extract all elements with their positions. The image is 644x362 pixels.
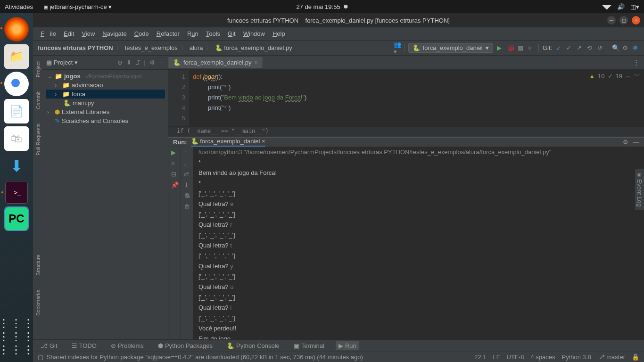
project-label[interactable]: Project — [54, 59, 73, 66]
collapse-icon[interactable]: ⇵ — [135, 59, 140, 66]
inspection-widget[interactable]: ▲10 ✓19 ︿﹀ — [589, 72, 640, 80]
settings-icon[interactable]: ⚙ — [622, 44, 629, 51]
tool-pull-requests[interactable]: Pull Requests — [35, 121, 41, 158]
os-topbar: Atividades ▣ jetbrains-pycharm-ce ▾ 27 d… — [0, 0, 644, 13]
software-center-icon[interactable]: 🛍 — [4, 126, 29, 151]
gear-icon[interactable]: ⚙ — [149, 59, 155, 66]
crumb-3[interactable]: 🐍 forca_exemplo_daniel.py — [215, 44, 292, 51]
menu-file[interactable]: File — [38, 29, 59, 38]
tab-git[interactable]: ⎇ Git — [38, 341, 60, 350]
locate-icon[interactable]: ⊕ — [117, 59, 123, 66]
run-settings-icon[interactable]: ⚙ — [623, 139, 628, 146]
chrome-icon[interactable] — [4, 72, 29, 96]
tab-todo[interactable]: ☰ TODO — [69, 341, 99, 350]
app-menu[interactable]: ▣ jetbrains-pycharm-ce ▾ — [44, 3, 112, 10]
battery-icon[interactable]: ◫▾ — [630, 3, 639, 10]
libreoffice-writer-icon[interactable]: 📄 — [4, 99, 29, 123]
project-tree[interactable]: ⌄📁jogos~/PycharmProjects/jogos ›📁advinha… — [43, 70, 168, 127]
activities-button[interactable]: Atividades — [5, 3, 33, 10]
stop-run-icon[interactable]: ■ — [171, 160, 178, 167]
layout-icon[interactable]: ⊟ — [171, 171, 178, 178]
status-python[interactable]: Python 3.8 — [561, 354, 591, 361]
git-push-icon[interactable]: ↗ — [577, 44, 583, 51]
search-icon[interactable]: 🔍 — [612, 44, 619, 51]
run-hide-icon[interactable]: — — [633, 139, 639, 146]
menu-help[interactable]: Help — [270, 29, 288, 38]
status-indent[interactable]: 4 spaces — [530, 354, 555, 361]
run-label: Run: — [173, 139, 187, 146]
tab-run[interactable]: ▶ Run — [336, 341, 359, 350]
firefox-icon[interactable] — [4, 17, 29, 41]
status-branch[interactable]: ⎇ master — [598, 354, 625, 361]
terminal-icon[interactable]: >_ — [5, 181, 28, 204]
menu-refactor[interactable]: Refactor — [154, 29, 182, 38]
minimize-button[interactable]: ─ — [607, 16, 616, 25]
crumb-1[interactable]: testes_e_exemplos — [125, 44, 178, 51]
git-rollback-icon[interactable]: ↺ — [597, 44, 604, 51]
download-icon[interactable]: ⬇ — [4, 154, 29, 178]
run-icon[interactable]: ▶ — [497, 44, 504, 51]
status-position[interactable]: 22:1 — [474, 354, 486, 361]
status-icon[interactable]: ▢ — [38, 354, 43, 361]
menu-view[interactable]: View — [79, 29, 98, 38]
expand-icon[interactable]: ⇕ — [126, 59, 132, 66]
menu-navigate[interactable]: Navigate — [99, 29, 129, 38]
learn-icon[interactable]: ❃ — [633, 44, 639, 51]
tool-commit[interactable]: Commit — [35, 89, 41, 112]
scroll-icon[interactable]: ⤓ — [184, 181, 190, 189]
stop-icon[interactable]: ■ — [528, 44, 535, 51]
console-output[interactable]: /usr/bin/python3 "/home/rosemeri/Pycharm… — [193, 147, 644, 339]
project-view-icon: ▤ — [46, 59, 52, 66]
wifi-icon[interactable]: ◥◤ — [602, 3, 611, 10]
wrap-icon[interactable]: ⇄ — [184, 171, 190, 178]
show-apps-icon[interactable]: ⋮⋮⋮⋮⋮⋮⋮⋮⋮ — [0, 317, 35, 356]
files-icon[interactable]: 📁 — [4, 44, 29, 69]
menu-tools[interactable]: Tools — [203, 29, 223, 38]
coverage-icon[interactable]: ▦ — [518, 44, 524, 51]
pin-icon[interactable]: 📌 — [171, 181, 178, 189]
maximize-button[interactable]: ◻ — [619, 16, 628, 25]
run-config-selector[interactable]: 🐍 forca_exemplo_daniel ▾ — [408, 43, 493, 53]
debug-icon[interactable]: 🐞 — [507, 44, 514, 51]
editor-tab[interactable]: 🐍 forca_exemplo_daniel.py × — [168, 57, 263, 68]
menu-run[interactable]: Run — [184, 29, 201, 38]
status-encoding[interactable]: UTF-8 — [507, 354, 524, 361]
close-button[interactable]: ✕ — [632, 16, 640, 25]
run-tab[interactable]: 🐍 forca_exemplo_daniel × — [191, 138, 265, 147]
crumb-2[interactable]: alura — [190, 44, 203, 51]
print-icon[interactable]: 🖶 — [184, 192, 190, 199]
status-lock-icon[interactable]: 🔒 — [632, 354, 639, 361]
tool-bookmarks[interactable]: Bookmarks — [35, 287, 41, 319]
menu-window[interactable]: Window — [240, 29, 268, 38]
menu-git[interactable]: Git — [225, 29, 239, 38]
git-update-icon[interactable]: ↙ — [556, 44, 562, 51]
volume-icon[interactable]: 🔊 — [617, 3, 625, 10]
status-lineend[interactable]: LF — [493, 354, 500, 361]
menu-code[interactable]: Code — [132, 29, 152, 38]
menu-edit[interactable]: Edit — [61, 29, 77, 38]
editor-breadcrumb[interactable]: if (__name__ == "__main__") — [168, 126, 644, 137]
crumb-0[interactable]: funcoes etrturas PYTHON — [38, 44, 113, 51]
status-message: Shared indexes for Python package "sqlpa… — [47, 354, 363, 361]
code-editor[interactable]: 12345 def jogar(): print("*") print("Bem… — [168, 70, 644, 126]
event-log-tab[interactable]: ◉ Event Log — [635, 169, 644, 210]
users-icon[interactable]: 👥▾ — [394, 41, 400, 55]
run-toolbar-primary: ▶ ■ ⊟ 📌 — [168, 147, 181, 339]
tab-python-packages[interactable]: ⬢ Python Packages — [155, 341, 215, 350]
tool-structure[interactable]: Structure — [35, 252, 41, 279]
down-icon[interactable]: ↓ — [184, 160, 190, 167]
more-icon[interactable]: ⋮ — [633, 59, 639, 66]
tab-problems[interactable]: ⊘ Problems — [108, 341, 147, 350]
up-icon[interactable]: ↑ — [184, 149, 190, 156]
tab-python-console[interactable]: 🐍 Python Console — [224, 341, 282, 350]
rerun-icon[interactable]: ▶ — [171, 149, 178, 156]
hide-icon[interactable]: — — [159, 59, 165, 66]
trash-icon[interactable]: 🗑 — [184, 203, 190, 210]
tab-terminal[interactable]: ▣ Terminal — [291, 341, 327, 350]
pycharm-icon[interactable]: PC — [5, 207, 28, 230]
clock[interactable]: 27 de mai 19:55 — [296, 3, 340, 10]
git-history-icon[interactable]: ⟲ — [587, 44, 594, 51]
git-commit-icon[interactable]: ✓ — [566, 44, 573, 51]
tool-project[interactable]: Project — [35, 58, 41, 80]
close-tab-icon[interactable]: × — [255, 59, 258, 66]
